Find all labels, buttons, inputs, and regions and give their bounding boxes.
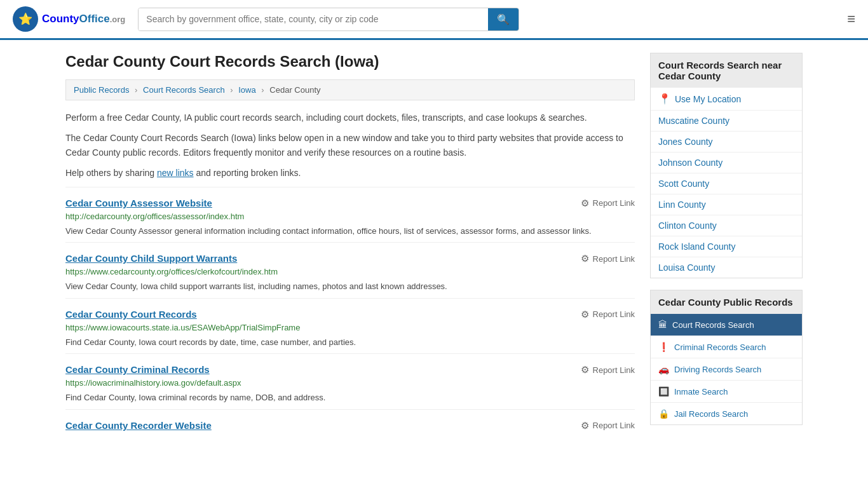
nearby-county-item[interactable]: Louisa County (651, 257, 802, 278)
pub-records-item-1[interactable]: ❗Criminal Records Search (651, 336, 802, 358)
nearby-county-link-3[interactable]: Scott County (658, 179, 709, 189)
page-title: Cedar County Court Records Search (Iowa) (65, 53, 635, 71)
use-my-location-item[interactable]: 📍 Use My Location (651, 88, 802, 111)
breadcrumb-sep-3: › (261, 85, 264, 95)
logo-text: CountyOffice.org (42, 13, 125, 25)
record-url: http://cedarcounty.org/offices/assessor/… (65, 212, 635, 221)
sidebar: Court Records Search near Cedar County 📍… (650, 53, 803, 439)
pub-records-icon-2: 🚗 (658, 364, 669, 374)
report-link-3[interactable]: ⚙ Report Link (581, 364, 635, 376)
pub-records-list: 🏛Court Records Search❗Criminal Records S… (651, 314, 802, 424)
report-icon-4: ⚙ (581, 420, 589, 431)
nearby-county-item[interactable]: Johnson County (651, 152, 802, 173)
record-desc: Find Cedar County, Iowa court records by… (65, 336, 635, 349)
breadcrumb-sep-1: › (135, 85, 137, 95)
nearby-counties-list: Muscatine CountyJones CountyJohnson Coun… (651, 111, 802, 278)
menu-icon[interactable]: ≡ (847, 11, 855, 27)
records-list: Cedar County Assessor Website ⚙ Report L… (65, 187, 635, 439)
new-links-link[interactable]: new links (157, 168, 194, 178)
pub-records-icon-4: 🔒 (658, 409, 669, 419)
nearby-county-link-5[interactable]: Clinton County (658, 220, 717, 231)
location-icon: 📍 (658, 93, 671, 105)
nearby-title: Court Records Search near Cedar County (651, 53, 802, 88)
pub-records-link-4[interactable]: Jail Records Search (674, 409, 748, 419)
report-icon-1: ⚙ (581, 253, 589, 264)
record-title-link[interactable]: Cedar County Child Support Warrants (65, 253, 237, 264)
report-icon-3: ⚙ (581, 364, 589, 376)
intro-paragraph-2: The Cedar County Court Records Search (I… (65, 131, 635, 159)
record-title-link[interactable]: Cedar County Assessor Website (65, 198, 212, 208)
search-input[interactable] (139, 8, 488, 30)
breadcrumb-sep-2: › (230, 85, 233, 95)
search-button[interactable]: 🔍 (488, 8, 519, 30)
report-link-2[interactable]: ⚙ Report Link (581, 309, 635, 320)
report-link-4[interactable]: ⚙ Report Link (581, 420, 635, 431)
public-records-section: Cedar County Public Records 🏛Court Recor… (650, 290, 803, 425)
intro-paragraph-3: Help others by sharing new links and rep… (65, 166, 635, 180)
record-url: https://www.iowacourts.state.ia.us/ESAWe… (65, 323, 635, 332)
pub-records-icon-1: ❗ (658, 342, 669, 352)
breadcrumb: Public Records › Court Records Search › … (65, 79, 635, 100)
nearby-county-link-0[interactable]: Muscatine County (658, 116, 729, 126)
pub-records-item-0[interactable]: 🏛Court Records Search (651, 314, 802, 336)
nearby-county-link-7[interactable]: Louisa County (658, 262, 715, 273)
record-item: Cedar County Court Records ⚙ Report Link… (65, 298, 635, 354)
pub-records-item-2[interactable]: 🚗Driving Records Search (651, 358, 802, 381)
pub-records-item-3[interactable]: 🔲Inmate Search (651, 381, 802, 403)
pub-records-item-4[interactable]: 🔒Jail Records Search (651, 403, 802, 424)
record-item: Cedar County Recorder Website ⚙ Report L… (65, 409, 635, 439)
logo-link[interactable]: ⭐ CountyOffice.org (13, 6, 125, 32)
record-title-link[interactable]: Cedar County Court Records (65, 309, 197, 320)
record-desc: Find Cedar County, Iowa criminal records… (65, 391, 635, 404)
report-icon-0: ⚙ (581, 198, 589, 209)
report-icon-2: ⚙ (581, 309, 589, 320)
nearby-county-link-1[interactable]: Jones County (658, 137, 713, 147)
search-bar: 🔍 (138, 8, 519, 31)
pub-records-link-2[interactable]: Driving Records Search (674, 365, 761, 374)
breadcrumb-current: Cedar County (269, 85, 320, 95)
use-my-location-link[interactable]: Use My Location (675, 94, 741, 104)
breadcrumb-link-iowa[interactable]: Iowa (238, 85, 255, 95)
intro-paragraph-1: Perform a free Cedar County, IA public c… (65, 111, 635, 125)
nearby-county-item[interactable]: Scott County (651, 173, 802, 194)
record-item: Cedar County Child Support Warrants ⚙ Re… (65, 242, 635, 298)
nearby-county-item[interactable]: Rock Island County (651, 236, 802, 257)
record-url: https://www.cedarcounty.org/offices/cler… (65, 267, 635, 276)
record-desc: View Cedar County Assessor general infor… (65, 225, 635, 238)
content-area: Cedar County Court Records Search (Iowa)… (65, 53, 635, 439)
nearby-county-item[interactable]: Muscatine County (651, 111, 802, 132)
nearby-county-link-6[interactable]: Rock Island County (658, 241, 735, 252)
breadcrumb-link-public-records[interactable]: Public Records (74, 85, 129, 95)
nearby-county-item[interactable]: Clinton County (651, 215, 802, 236)
nearby-section: Court Records Search near Cedar County 📍… (650, 53, 803, 278)
nearby-county-item[interactable]: Jones County (651, 132, 802, 152)
record-desc: View Cedar County, Iowa child support wa… (65, 280, 635, 293)
nearby-county-link-4[interactable]: Linn County (658, 200, 706, 210)
report-link-1[interactable]: ⚙ Report Link (581, 253, 635, 264)
main-container: Cedar County Court Records Search (Iowa)… (53, 40, 815, 452)
pub-records-icon-3: 🔲 (658, 386, 669, 396)
pub-records-title: Cedar County Public Records (651, 290, 802, 314)
nearby-county-link-2[interactable]: Johnson County (658, 158, 722, 168)
pub-records-link-1[interactable]: Criminal Records Search (674, 342, 766, 352)
record-item: Cedar County Criminal Records ⚙ Report L… (65, 353, 635, 409)
record-item: Cedar County Assessor Website ⚙ Report L… (65, 187, 635, 243)
report-link-0[interactable]: ⚙ Report Link (581, 198, 635, 209)
record-title-link[interactable]: Cedar County Recorder Website (65, 420, 212, 431)
record-url: https://iowacriminalhistory.iowa.gov/def… (65, 378, 635, 388)
nearby-county-item[interactable]: Linn County (651, 194, 802, 215)
pub-records-link-3[interactable]: Inmate Search (674, 387, 728, 396)
pub-records-icon-0: 🏛 (658, 320, 667, 330)
logo-icon: ⭐ (13, 6, 38, 32)
breadcrumb-link-court-records[interactable]: Court Records Search (143, 85, 225, 95)
site-header: ⭐ CountyOffice.org 🔍 ≡ (0, 0, 868, 40)
record-title-link[interactable]: Cedar County Criminal Records (65, 364, 210, 375)
